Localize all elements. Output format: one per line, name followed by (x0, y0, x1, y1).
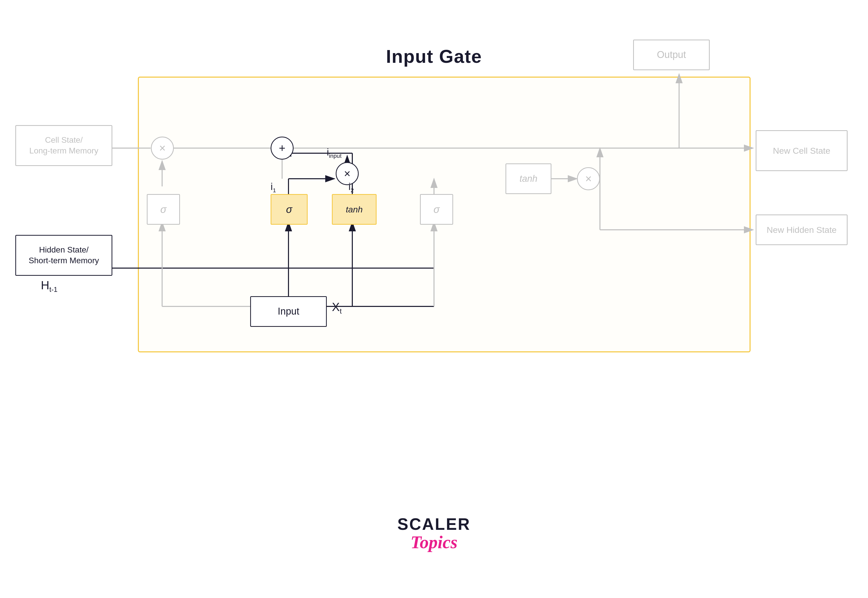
main-container: Input Gate (0, 0, 868, 598)
sigma3-box: σ (420, 194, 453, 225)
i-input-label: iinput (327, 147, 342, 159)
hidden-state-box: Hidden State/Short-term Memory (15, 235, 112, 276)
page-title: Input Gate (386, 46, 482, 67)
multiply-gray-op: × (577, 167, 600, 190)
logo-scaler-text: SCALER (397, 516, 471, 532)
tanh-gray-box: tanh (505, 163, 551, 194)
sigma2-box: σ (270, 194, 308, 225)
i1-label: i1 (270, 181, 276, 194)
cell-state-box: Cell State/Long-term Memory (15, 125, 112, 166)
i2-label: i2 (348, 181, 354, 194)
plus-op: + (270, 137, 294, 160)
multiply-op-1: × (151, 137, 174, 160)
ht1-label: Ht-1 (41, 278, 57, 294)
output-box: Output (633, 40, 710, 70)
new-cell-state-box: New Cell State (756, 130, 847, 171)
logo-topics-text: Topics (397, 532, 471, 552)
new-hidden-state-box: New Hidden State (756, 214, 847, 245)
xt-label: Xt (332, 300, 342, 315)
sigma1-box: σ (147, 194, 180, 225)
tanh-orange-box: tanh (332, 194, 376, 225)
logo: SCALER Topics (397, 516, 471, 552)
multiply-input-op: × (336, 162, 359, 185)
input-box: Input (250, 296, 327, 327)
